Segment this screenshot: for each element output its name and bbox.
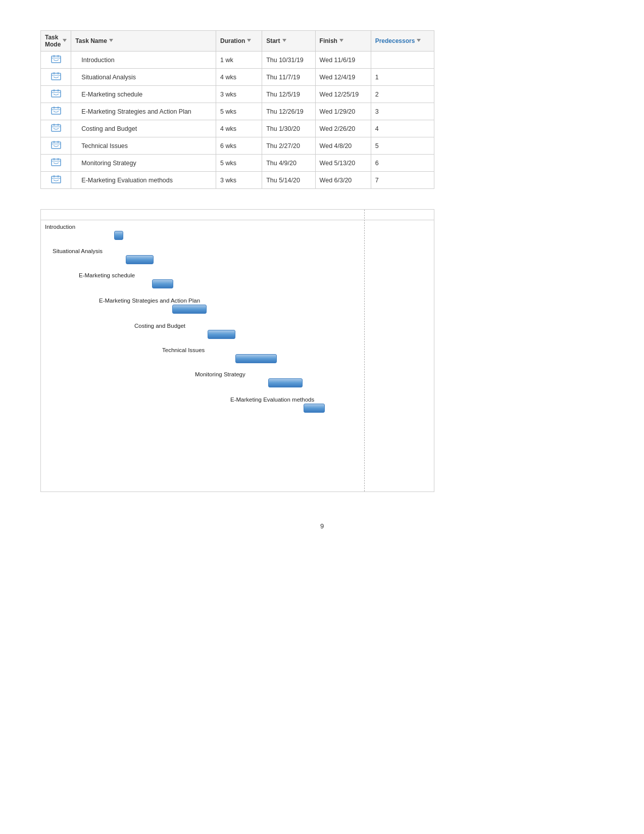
predecessors-cell: 2 bbox=[371, 86, 434, 103]
task-mode-cell bbox=[41, 172, 71, 189]
task-mode-icon bbox=[51, 140, 62, 150]
gantt-task-label: E-Marketing schedule bbox=[79, 272, 135, 278]
task-mode-icon bbox=[51, 72, 62, 81]
task-mode-cell bbox=[41, 86, 71, 103]
svg-rect-0 bbox=[52, 56, 61, 63]
start-cell: Thu 4/9/20 bbox=[262, 155, 315, 172]
task-mode-icon bbox=[51, 89, 62, 98]
predecessors-cell: 4 bbox=[371, 120, 434, 137]
task-name-cell: Situational Analysis bbox=[71, 69, 216, 86]
task-mode-icon bbox=[51, 175, 62, 184]
table-row: Costing and Budget4 wksThu 1/30/20Wed 2/… bbox=[41, 120, 434, 137]
gantt-chart-section: IntroductionSituational AnalysisE-Market… bbox=[40, 209, 604, 492]
gantt-task-label: Situational Analysis bbox=[53, 248, 103, 254]
gantt-task-label: Monitoring Strategy bbox=[195, 371, 245, 377]
gantt-bar bbox=[114, 231, 123, 240]
table-row: E-Marketing Evaluation methods3 wksThu 5… bbox=[41, 172, 434, 189]
finish-cell: Wed 12/4/19 bbox=[315, 69, 371, 86]
table-row: Situational Analysis4 wksThu 11/7/19Wed … bbox=[41, 69, 434, 86]
sort-arrow-start[interactable] bbox=[282, 39, 286, 43]
task-mode-cell bbox=[41, 52, 71, 69]
task-name-cell: Introduction bbox=[71, 52, 216, 69]
page-number: 9 bbox=[40, 522, 604, 530]
sort-arrow-task-name[interactable] bbox=[109, 39, 113, 43]
svg-rect-20 bbox=[52, 142, 61, 149]
task-name-cell: Technical Issues bbox=[71, 137, 216, 155]
task-mode-cell bbox=[41, 69, 71, 86]
predecessors-cell: 6 bbox=[371, 155, 434, 172]
col-task-name: Task Name bbox=[71, 31, 216, 52]
start-cell: Thu 5/14/20 bbox=[262, 172, 315, 189]
project-table: TaskMode Task Name Duration bbox=[40, 30, 434, 189]
gantt-container: IntroductionSituational AnalysisE-Market… bbox=[40, 209, 434, 492]
task-mode-icon bbox=[51, 123, 62, 132]
svg-rect-4 bbox=[52, 73, 61, 80]
finish-cell: Wed 11/6/19 bbox=[315, 52, 371, 69]
duration-cell: 3 wks bbox=[216, 86, 262, 103]
gantt-task-label: Costing and Budget bbox=[134, 323, 185, 329]
start-cell: Thu 1/30/20 bbox=[262, 120, 315, 137]
finish-cell: Wed 4/8/20 bbox=[315, 137, 371, 155]
table-row: E-Marketing schedule3 wksThu 12/5/19Wed … bbox=[41, 86, 434, 103]
table-row: E-Marketing Strategies and Action Plan5 … bbox=[41, 103, 434, 120]
sort-arrow-task-mode[interactable] bbox=[63, 39, 67, 43]
gantt-bar bbox=[172, 305, 207, 314]
gantt-bar bbox=[152, 279, 173, 288]
task-mode-cell bbox=[41, 103, 71, 120]
gantt-task-label: Technical Issues bbox=[162, 347, 205, 353]
start-cell: Thu 10/31/19 bbox=[262, 52, 315, 69]
finish-cell: Wed 5/13/20 bbox=[315, 155, 371, 172]
task-name-cell: Monitoring Strategy bbox=[71, 155, 216, 172]
col-finish: Finish bbox=[315, 31, 371, 52]
duration-cell: 6 wks bbox=[216, 137, 262, 155]
gantt-bar bbox=[304, 404, 325, 413]
svg-rect-12 bbox=[52, 108, 61, 114]
finish-cell: Wed 1/29/20 bbox=[315, 103, 371, 120]
duration-cell: 5 wks bbox=[216, 155, 262, 172]
duration-cell: 4 wks bbox=[216, 120, 262, 137]
gantt-bar bbox=[208, 330, 235, 339]
svg-rect-24 bbox=[52, 159, 61, 166]
duration-cell: 1 wk bbox=[216, 52, 262, 69]
start-cell: Thu 12/26/19 bbox=[262, 103, 315, 120]
task-mode-icon bbox=[51, 158, 62, 167]
duration-cell: 4 wks bbox=[216, 69, 262, 86]
table-row: Monitoring Strategy5 wksThu 4/9/20Wed 5/… bbox=[41, 155, 434, 172]
finish-cell: Wed 6/3/20 bbox=[315, 172, 371, 189]
duration-cell: 5 wks bbox=[216, 103, 262, 120]
sort-arrow-predecessors[interactable] bbox=[417, 39, 421, 43]
table-row: Technical Issues6 wksThu 2/27/20Wed 4/8/… bbox=[41, 137, 434, 155]
col-task-mode: TaskMode bbox=[41, 31, 71, 52]
predecessors-cell bbox=[371, 52, 434, 69]
col-predecessors: Predecessors bbox=[371, 31, 434, 52]
svg-rect-16 bbox=[52, 125, 61, 131]
predecessors-cell: 7 bbox=[371, 172, 434, 189]
col-start: Start bbox=[262, 31, 315, 52]
start-cell: Thu 12/5/19 bbox=[262, 86, 315, 103]
start-cell: Thu 11/7/19 bbox=[262, 69, 315, 86]
table-row: Introduction1 wkThu 10/31/19Wed 11/6/19 bbox=[41, 52, 434, 69]
svg-rect-8 bbox=[52, 90, 61, 97]
gantt-bar bbox=[235, 354, 277, 363]
sort-arrow-duration[interactable] bbox=[247, 39, 251, 43]
gantt-task-label: E-Marketing Evaluation methods bbox=[230, 397, 314, 403]
task-mode-icon bbox=[51, 106, 62, 115]
gantt-bar bbox=[126, 255, 154, 264]
predecessors-cell: 3 bbox=[371, 103, 434, 120]
task-name-cell: E-Marketing Evaluation methods bbox=[71, 172, 216, 189]
predecessors-cell: 1 bbox=[371, 69, 434, 86]
finish-cell: Wed 12/25/19 bbox=[315, 86, 371, 103]
task-name-cell: Costing and Budget bbox=[71, 120, 216, 137]
sort-arrow-finish[interactable] bbox=[339, 39, 343, 43]
start-cell: Thu 2/27/20 bbox=[262, 137, 315, 155]
gantt-vertical-line bbox=[364, 210, 365, 492]
gantt-bar bbox=[268, 378, 303, 387]
gantt-task-label: E-Marketing Strategies and Action Plan bbox=[99, 298, 200, 304]
gantt-top-line bbox=[41, 220, 434, 220]
task-mode-icon bbox=[51, 55, 62, 64]
task-name-cell: E-Marketing schedule bbox=[71, 86, 216, 103]
predecessors-cell: 5 bbox=[371, 137, 434, 155]
task-mode-cell bbox=[41, 137, 71, 155]
task-name-cell: E-Marketing Strategies and Action Plan bbox=[71, 103, 216, 120]
task-mode-cell bbox=[41, 155, 71, 172]
